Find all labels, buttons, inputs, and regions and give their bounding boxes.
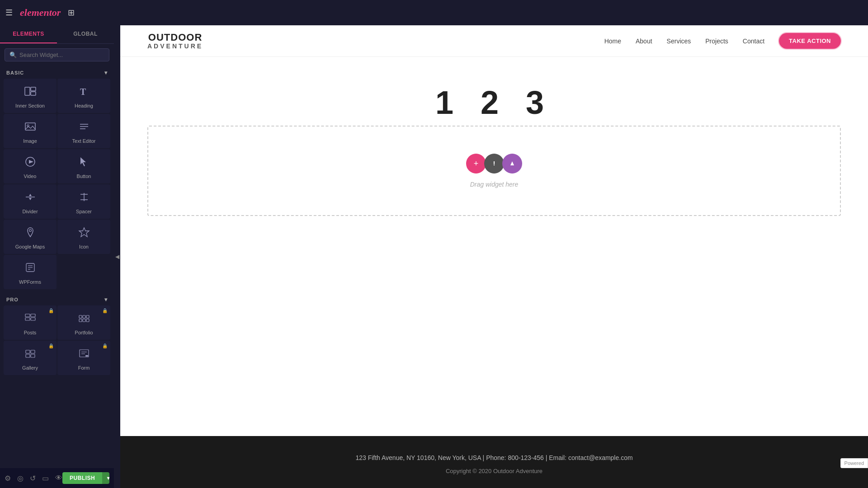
nav-cta-button[interactable]: TAKE ACTION bbox=[779, 33, 841, 49]
svg-rect-29 bbox=[83, 315, 85, 318]
nav-home[interactable]: Home bbox=[604, 38, 621, 45]
preview-navbar: OUTDOOR ADVENTURE Home About Services Pr… bbox=[120, 25, 868, 57]
preview-wrapper: OUTDOOR ADVENTURE Home About Services Pr… bbox=[120, 25, 868, 488]
brand-line2: ADVENTURE bbox=[147, 43, 203, 50]
lock-icon: 🔒 bbox=[48, 308, 54, 313]
widget-wpforms[interactable]: WPForms bbox=[4, 255, 57, 289]
svg-text:T: T bbox=[80, 87, 86, 97]
steps-numbers: 1 2 3 bbox=[435, 84, 553, 121]
widget-google-maps-label: Google Maps bbox=[15, 244, 45, 249]
footer-copyright: Copyright © 2020 Outdoor Adventure bbox=[147, 468, 841, 474]
elementor-widget-button[interactable] bbox=[502, 154, 522, 174]
top-bar: ☰ elementor ⊞ bbox=[0, 0, 868, 25]
steps-row: 1 2 3 bbox=[138, 84, 850, 121]
canvas-area: OUTDOOR ADVENTURE Home About Services Pr… bbox=[120, 25, 868, 488]
widget-video[interactable]: Video bbox=[4, 149, 57, 183]
drop-zone[interactable]: + bbox=[147, 126, 841, 216]
widget-form-label: Form bbox=[78, 365, 90, 371]
svg-rect-31 bbox=[79, 319, 82, 322]
chevron-down-icon: ▾ bbox=[104, 70, 108, 76]
collapse-arrow-icon: ◀ bbox=[115, 253, 119, 260]
search-icon: 🔍 bbox=[9, 52, 17, 58]
widget-inner-section[interactable]: Inner Section bbox=[4, 79, 57, 113]
svg-rect-37 bbox=[31, 354, 35, 357]
collapse-handle[interactable]: ◀ bbox=[114, 25, 120, 488]
main-layout: ELEMENTS GLOBAL 🔍 BASIC ▾ bbox=[0, 25, 868, 488]
widget-portfolio[interactable]: 🔒 Portfolio bbox=[57, 305, 110, 340]
svg-rect-32 bbox=[83, 319, 85, 322]
footer-contact: 123 Fifth Avenue, NY 10160, New York, US… bbox=[147, 454, 841, 461]
svg-marker-13 bbox=[29, 194, 32, 196]
lock-form-icon: 🔒 bbox=[102, 343, 108, 348]
nav-projects[interactable]: Projects bbox=[705, 38, 728, 45]
svg-rect-0 bbox=[25, 87, 30, 95]
add-widget-button[interactable]: + bbox=[466, 154, 486, 174]
nav-services[interactable]: Services bbox=[667, 38, 691, 45]
nav-links: Home About Services Projects Contact TAK… bbox=[604, 33, 841, 49]
section-pro-header[interactable]: PRO ▾ bbox=[0, 293, 114, 305]
widget-icon[interactable]: Icon bbox=[57, 220, 110, 254]
button-icon bbox=[78, 155, 90, 171]
section-basic-label: BASIC bbox=[6, 70, 24, 75]
widget-heading[interactable]: T Heading bbox=[57, 79, 110, 113]
svg-marker-11 bbox=[80, 157, 86, 166]
portfolio-icon bbox=[78, 312, 90, 327]
pro-widgets-grid: 🔒 Posts 🔒 bbox=[0, 305, 114, 379]
search-input[interactable] bbox=[19, 52, 104, 58]
widget-gallery-label: Gallery bbox=[22, 365, 38, 371]
widget-spacer-label: Spacer bbox=[76, 209, 92, 214]
icon-widget-icon bbox=[78, 226, 90, 241]
nav-about[interactable]: About bbox=[636, 38, 652, 45]
settings-icon[interactable]: ⚙ bbox=[5, 474, 11, 483]
widget-text-editor[interactable]: Text Editor bbox=[57, 114, 110, 148]
svg-rect-2 bbox=[31, 92, 36, 95]
widget-form[interactable]: 🔒 Form bbox=[57, 341, 110, 375]
svg-rect-36 bbox=[26, 354, 30, 357]
heading-icon: T bbox=[78, 85, 90, 100]
svg-rect-30 bbox=[86, 315, 89, 318]
svg-rect-26 bbox=[31, 314, 35, 317]
widget-google-maps[interactable]: Google Maps bbox=[4, 220, 57, 254]
section-canvas: 1 2 3 + bbox=[120, 57, 868, 436]
publish-arrow-button[interactable]: ▼ bbox=[102, 472, 109, 484]
section-pro-label: PRO bbox=[6, 297, 19, 302]
widget-spacer[interactable]: Spacer bbox=[57, 184, 110, 219]
tab-global[interactable]: GLOBAL bbox=[57, 25, 114, 43]
widget-gallery[interactable]: 🔒 Gallery bbox=[4, 341, 57, 375]
action-buttons: + bbox=[467, 154, 521, 174]
device-icon[interactable]: ▭ bbox=[42, 474, 49, 483]
preview-icon[interactable]: 👁 bbox=[55, 474, 62, 482]
hamburger-icon[interactable]: ☰ bbox=[5, 8, 13, 18]
widget-divider-label: Divider bbox=[22, 209, 38, 214]
publish-button[interactable]: PUBLISH ▼ bbox=[62, 472, 109, 484]
lock-portfolio-icon: 🔒 bbox=[102, 308, 108, 313]
image-icon bbox=[24, 120, 37, 136]
widget-image[interactable]: Image bbox=[4, 114, 57, 148]
publish-main-button[interactable]: PUBLISH bbox=[62, 472, 102, 484]
nav-contact[interactable]: Contact bbox=[743, 38, 764, 45]
top-bar-left: ☰ elementor ⊞ bbox=[5, 7, 75, 19]
section-basic-header[interactable]: BASIC ▾ bbox=[0, 66, 114, 79]
edit-widget-button[interactable] bbox=[484, 154, 504, 174]
basic-widgets-grid: Inner Section T Heading bbox=[0, 79, 114, 293]
widget-posts[interactable]: 🔒 Posts bbox=[4, 305, 57, 340]
svg-point-5 bbox=[27, 125, 29, 127]
widget-portfolio-label: Portfolio bbox=[75, 330, 93, 335]
gallery-icon bbox=[24, 347, 37, 362]
video-icon bbox=[24, 155, 37, 171]
chevron-pro-icon: ▾ bbox=[104, 296, 108, 303]
responsive-icon[interactable]: ◎ bbox=[17, 474, 24, 483]
grid-icon[interactable]: ⊞ bbox=[68, 8, 75, 18]
svg-rect-35 bbox=[31, 350, 35, 353]
tab-elements[interactable]: ELEMENTS bbox=[0, 25, 57, 43]
wpforms-icon bbox=[24, 261, 37, 277]
history-icon[interactable]: ↺ bbox=[30, 474, 36, 483]
widget-video-label: Video bbox=[24, 174, 37, 179]
google-maps-icon bbox=[24, 226, 37, 241]
spacer-icon bbox=[78, 191, 90, 206]
widget-divider[interactable]: Divider bbox=[4, 184, 57, 219]
svg-rect-34 bbox=[26, 350, 30, 353]
svg-point-18 bbox=[29, 230, 31, 232]
widget-button[interactable]: Button bbox=[57, 149, 110, 183]
widget-heading-label: Heading bbox=[75, 103, 93, 108]
